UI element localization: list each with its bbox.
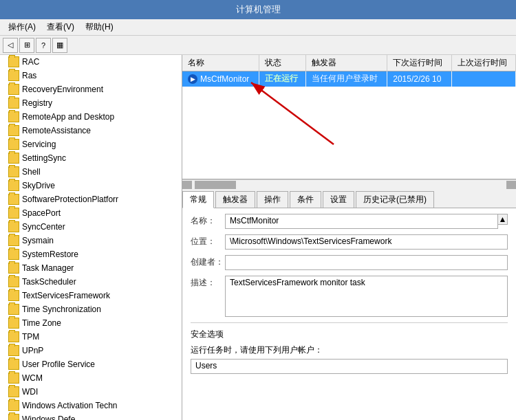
col-nextrun: 下次运行时间 — [387, 55, 451, 71]
folder-icon — [8, 235, 19, 246]
tree-item-settingsync[interactable]: SettingSync — [0, 151, 182, 165]
folder-icon — [8, 84, 19, 95]
col-status: 状态 — [259, 55, 305, 71]
tree-item-systemrestore[interactable]: SystemRestore — [0, 247, 182, 261]
detail-desc-row: 描述： TextServicesFramework monitor task — [191, 276, 508, 317]
security-run-row: Users — [191, 359, 508, 374]
tree-item-timezone[interactable]: Time Zone — [0, 316, 182, 330]
tree-item-tpm[interactable]: TPM — [0, 330, 182, 344]
task-indicator: ▶ — [188, 74, 197, 84]
tree-item-servicing[interactable]: Servicing — [0, 137, 182, 151]
tree-item-skydrive[interactable]: SkyDrive — [0, 179, 182, 192]
tree-item-spaceport[interactable]: SpacePort — [0, 206, 182, 220]
author-value — [225, 255, 508, 270]
detail-author-row: 创建者： — [191, 255, 508, 270]
tree-item-softwareprot[interactable]: SoftwareProtectionPlatforr — [0, 192, 182, 206]
left-tree-panel: RAC Ras RecoveryEnvironment Registry Rem… — [0, 55, 182, 420]
col-name: 名称 — [182, 55, 259, 71]
app-title: 计算机管理 — [236, 3, 281, 16]
folder-icon — [8, 249, 19, 260]
table-row[interactable]: ▶ MsCtfMonitor 正在运行 当任何用户登录时 2015/2/26 1… — [182, 71, 516, 87]
security-run-value: Users — [191, 359, 508, 374]
tree-item-windowsdef[interactable]: Windows Defe... — [0, 412, 182, 420]
task-status-cell: 正在运行 — [259, 71, 305, 87]
task-trigger-cell: 当任何用户登录时 — [305, 71, 387, 87]
name-scrollbar[interactable]: ▲ — [498, 214, 508, 225]
menu-bar: 操作(A) 查看(V) 帮助(H) — [0, 19, 516, 36]
name-value: MsCtfMonitor — [225, 214, 498, 229]
folder-icon — [8, 194, 19, 205]
folder-icon — [8, 386, 19, 397]
tree-item-ras[interactable]: Ras — [0, 69, 182, 82]
horizontal-scrollbar[interactable] — [182, 179, 516, 189]
task-table: 名称 状态 触发器 下次运行时间 上次运行时间 ▶ Ms — [182, 55, 516, 87]
security-section: 安全选项 运行任务时，请使用下列用户帐户： Users — [191, 322, 508, 374]
folder-icon — [8, 98, 19, 109]
task-lastrun-cell — [451, 71, 515, 87]
name-label: 名称： — [191, 214, 225, 227]
tree-item-taskmanager[interactable]: Task Manager — [0, 261, 182, 275]
toolbar-btn-3[interactable]: ? — [36, 38, 51, 53]
tree-item-userprofile[interactable]: User Profile Service — [0, 357, 182, 371]
tree-item-shell[interactable]: Shell — [0, 165, 182, 179]
folder-icon — [8, 331, 19, 342]
tree-item-remoteapp[interactable]: RemoteApp and Desktop — [0, 110, 182, 124]
tree-item-recoveryenv[interactable]: RecoveryEnvironment — [0, 82, 182, 96]
tab-settings[interactable]: 设置 — [323, 191, 354, 208]
task-name-cell: ▶ MsCtfMonitor — [182, 71, 259, 87]
tree-item-wcm[interactable]: WCM — [0, 371, 182, 385]
location-label: 位置： — [191, 234, 225, 247]
folder-icon — [8, 373, 19, 384]
tree-item-upnp[interactable]: UPnP — [0, 344, 182, 357]
main-layout: RAC Ras RecoveryEnvironment Registry Rem… — [0, 55, 516, 420]
tree-item-timesync[interactable]: Time Synchronization — [0, 302, 182, 316]
tab-trigger[interactable]: 触发器 — [215, 191, 255, 208]
detail-name-row: 名称： MsCtfMonitor ▲ — [191, 214, 508, 229]
tree-item-textservices[interactable]: TextServicesFramework — [0, 289, 182, 302]
detail-location-row: 位置： \Microsoft\Windows\TextServicesFrame… — [191, 234, 508, 250]
desc-label: 描述： — [191, 276, 225, 289]
location-value: \Microsoft\Windows\TextServicesFramework — [225, 234, 508, 250]
tree-item-taskscheduler[interactable]: TaskScheduler — [0, 275, 182, 289]
folder-icon — [8, 318, 19, 329]
author-label: 创建者： — [191, 255, 225, 268]
folder-icon — [8, 56, 19, 67]
folder-icon — [8, 180, 19, 191]
toolbar-btn-1[interactable]: ◁ — [3, 38, 18, 53]
tree-item-sysmain[interactable]: Sysmain — [0, 234, 182, 247]
details-content: 名称： MsCtfMonitor ▲ 位置： \Microsoft\Window… — [182, 208, 516, 420]
menu-help[interactable]: 帮助(H) — [80, 20, 119, 34]
tree-item-rac[interactable]: RAC — [0, 55, 182, 69]
folder-icon — [8, 359, 19, 370]
task-nextrun-cell: 2015/2/26 10 — [387, 71, 451, 87]
folder-icon — [8, 125, 19, 136]
right-panel: 名称 状态 触发器 下次运行时间 上次运行时间 ▶ Ms — [182, 55, 516, 420]
col-trigger: 触发器 — [305, 55, 387, 71]
tree-item-synccenter[interactable]: SyncCenter — [0, 220, 182, 234]
folder-icon — [8, 221, 19, 232]
title-bar: 计算机管理 — [0, 0, 516, 19]
folder-icon — [8, 290, 19, 301]
folder-icon — [8, 263, 19, 274]
menu-action[interactable]: 操作(A) — [3, 20, 41, 34]
tab-general[interactable]: 常规 — [182, 191, 214, 208]
tree-item-registry[interactable]: Registry — [0, 96, 182, 110]
folder-icon — [8, 208, 19, 219]
tab-history[interactable]: 历史记录(已禁用) — [356, 191, 434, 208]
tree-item-winactivation[interactable]: Windows Activation Techn — [0, 399, 182, 412]
folder-icon — [8, 276, 19, 287]
security-title: 安全选项 — [191, 329, 508, 340]
tab-action[interactable]: 操作 — [257, 191, 288, 208]
folder-icon — [8, 345, 19, 356]
tabs-bar: 常规 触发器 操作 条件 设置 历史记录(已禁用) — [182, 189, 516, 208]
running-status-badge: 正在运行 — [265, 74, 298, 83]
toolbar-btn-2[interactable]: ⊞ — [19, 38, 34, 53]
desc-value: TextServicesFramework monitor task — [225, 276, 508, 317]
folder-icon — [8, 400, 19, 411]
folder-icon — [8, 166, 19, 177]
tree-item-remoteassist[interactable]: RemoteAssistance — [0, 124, 182, 137]
toolbar-btn-4[interactable]: ▦ — [52, 38, 67, 53]
tree-item-wdi[interactable]: WDI — [0, 385, 182, 399]
tab-condition[interactable]: 条件 — [290, 191, 321, 208]
menu-view[interactable]: 查看(V) — [41, 20, 80, 34]
